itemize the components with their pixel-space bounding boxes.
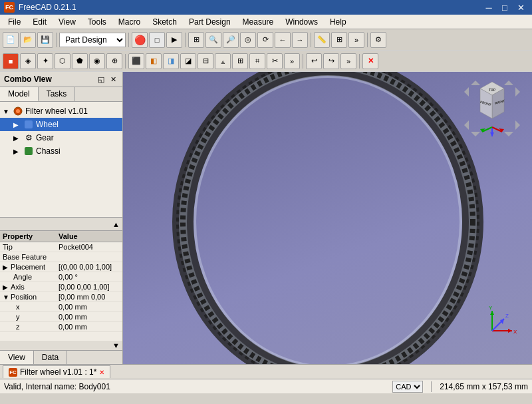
tb-open[interactable]: 📂 <box>20 32 36 48</box>
menu-help[interactable]: Help <box>325 16 352 28</box>
sep-3 <box>185 33 186 47</box>
tab-tasks[interactable]: Tasks <box>39 87 76 101</box>
tb-extra[interactable]: ⚙ <box>370 32 386 48</box>
svg-marker-25 <box>490 311 494 315</box>
prop-row-angle[interactable]: Angle 0,00 ° <box>0 272 122 282</box>
combo-close-btn[interactable]: ✕ <box>108 74 118 85</box>
svg-text:X: X <box>513 329 517 335</box>
workbench-dropdown[interactable]: Part Design <box>59 33 126 47</box>
property-panel: ▲ Property Value Tip Pocket004 <box>0 217 122 350</box>
menu-part-design[interactable]: Part Design <box>184 16 236 28</box>
tb-white-rect[interactable]: □ <box>149 32 165 48</box>
title-bar: FC FreeCAD 0.21.1 ─ □ ✕ <box>0 0 532 15</box>
tb-view2[interactable]: ⟳ <box>257 32 273 48</box>
prop-row-y[interactable]: y 0,00 mm <box>0 312 122 322</box>
tb2-12[interactable]: ⊟ <box>198 53 213 69</box>
tab-model[interactable]: Model <box>0 87 39 101</box>
tb-more1[interactable]: » <box>348 32 364 48</box>
tb2-10[interactable]: ◨ <box>163 53 179 69</box>
menu-tools[interactable]: Tools <box>82 16 112 28</box>
tree-item-gear[interactable]: ▶ ⚙ Gear <box>0 131 122 144</box>
tb2-3[interactable]: ✦ <box>37 53 53 69</box>
svg-text:Z: Z <box>505 313 509 319</box>
viewport-tab[interactable]: FC Filter wheel v1.01 : 1* ✕ <box>3 365 110 378</box>
tb2-8[interactable]: ⬛ <box>128 53 144 69</box>
tb-new[interactable]: 📄 <box>3 32 19 48</box>
prop-row-z[interactable]: z 0,00 mm <box>0 322 122 332</box>
tb-red-circle[interactable]: 🔴 <box>132 32 148 48</box>
prop-scroll-down[interactable]: ▼ <box>112 341 120 349</box>
tb2-15[interactable]: ⌗ <box>249 53 265 69</box>
vp-tab-close[interactable]: ✕ <box>99 369 104 376</box>
tree-root-icon <box>13 106 23 116</box>
viewport[interactable]: TOP RIGHT FRONT <box>123 72 532 364</box>
tb2-6[interactable]: ◉ <box>89 53 105 69</box>
bottom-tabs: View Data <box>0 350 122 364</box>
tb-save[interactable]: 💾 <box>37 32 53 48</box>
tree-chassi-icon <box>23 146 34 156</box>
tb-view1[interactable]: ◎ <box>240 32 256 48</box>
viewport-tab-bar: FC Filter wheel v1.01 : 1* ✕ <box>0 364 532 379</box>
tb-arrow-right[interactable]: ▶ <box>166 32 182 48</box>
tb-measure[interactable]: 📏 <box>314 32 330 48</box>
tb-zoom-out[interactable]: 🔎 <box>223 32 239 48</box>
sep-1 <box>56 33 57 47</box>
combo-undock-btn[interactable]: ◱ <box>96 74 106 85</box>
tree-item-wheel[interactable]: ▶ Wheel <box>0 118 122 131</box>
prop-row-axis[interactable]: ▶Axis [0,00 0,00 1,00] <box>0 282 122 292</box>
tb2-9[interactable]: ◧ <box>146 53 162 69</box>
prop-scroll-up[interactable]: ▲ <box>112 220 120 228</box>
menu-windows[interactable]: Windows <box>280 16 323 28</box>
toolbar-row-1: 📄 📂 💾 Part Design 🔴 □ ▶ ⊞ 🔍 🔎 ◎ ⟳ ← → 📏 … <box>0 29 532 51</box>
tb-nav2[interactable]: → <box>292 32 308 48</box>
tb2-14[interactable]: ⊞ <box>232 53 248 69</box>
tb-zoom-in[interactable]: 🔍 <box>205 32 221 48</box>
close-button[interactable]: ✕ <box>513 1 528 13</box>
tb2-18[interactable]: ↪ <box>323 53 339 69</box>
minimize-button[interactable]: ─ <box>481 1 496 13</box>
tree-gear-arrow: ▶ <box>13 134 21 142</box>
bottom-tab-view[interactable]: View <box>0 351 34 364</box>
menu-view[interactable]: View <box>53 16 81 28</box>
prop-row-tip[interactable]: Tip Pocket004 <box>0 242 122 252</box>
status-sep <box>431 381 432 392</box>
tree-item-chassi[interactable]: ▶ Chassi <box>0 144 122 158</box>
cad-mode-dropdown[interactable]: CAD <box>392 381 423 393</box>
prop-tip-val: Pocket004 <box>56 242 122 252</box>
prop-z-val: 0,00 mm <box>56 322 122 332</box>
prop-base-key: Base Feature <box>0 252 56 262</box>
toolbar-row-2: ■ ◈ ✦ ⬡ ⬟ ◉ ⊕ ⬛ ◧ ◨ ◪ ⊟ ⟁ ⊞ ⌗ ✂ » ↩ ↪ » … <box>0 51 532 72</box>
tb2-4[interactable]: ⬡ <box>55 53 70 69</box>
menu-file[interactable]: File <box>3 16 26 28</box>
tree-item-gear-label: Gear <box>36 133 54 142</box>
prop-row-placement[interactable]: ▶Placement [(0,00 0,00 1,00] <box>0 262 122 272</box>
tb2-1[interactable]: ■ <box>3 53 19 69</box>
menu-macro[interactable]: Macro <box>113 16 146 28</box>
prop-scroll[interactable]: Property Value Tip Pocket004 Base Featur… <box>0 231 122 341</box>
prop-row-base[interactable]: Base Feature <box>0 252 122 262</box>
menu-sketch[interactable]: Sketch <box>147 16 182 28</box>
tb2-more[interactable]: » <box>284 53 300 69</box>
tb2-7[interactable]: ⊕ <box>106 53 122 69</box>
gear-ring-svg: // This won't execute in SVG context, us… <box>155 72 501 364</box>
tb2-5[interactable]: ⬟ <box>72 53 88 69</box>
tb2-11[interactable]: ◪ <box>180 53 196 69</box>
tb2-19[interactable]: » <box>340 53 356 69</box>
prop-row-position[interactable]: ▼Position [0,00 mm 0,00 <box>0 292 122 302</box>
tree-root[interactable]: ▼ Filter wheel v1.01 <box>0 104 122 118</box>
combo-view-header: Combo View ◱ ✕ <box>0 72 122 87</box>
tb-grid[interactable]: ⊞ <box>331 32 347 48</box>
tb2-2[interactable]: ◈ <box>20 53 36 69</box>
menu-measure[interactable]: Measure <box>237 16 279 28</box>
menu-edit[interactable]: Edit <box>27 16 52 28</box>
maximize-button[interactable]: □ <box>497 1 512 13</box>
tb2-17[interactable]: ↩ <box>306 53 322 69</box>
tb2-13[interactable]: ⟁ <box>215 53 231 69</box>
bottom-tab-data[interactable]: Data <box>34 351 67 364</box>
tb-nav1[interactable]: ← <box>275 32 291 48</box>
prop-tip-key: Tip <box>0 242 56 252</box>
tb2-close[interactable]: ✕ <box>362 53 378 69</box>
tb2-16[interactable]: ✂ <box>267 53 283 69</box>
tb-zoom-all[interactable]: ⊞ <box>188 32 204 48</box>
prop-row-x[interactable]: x 0,00 mm <box>0 302 122 312</box>
